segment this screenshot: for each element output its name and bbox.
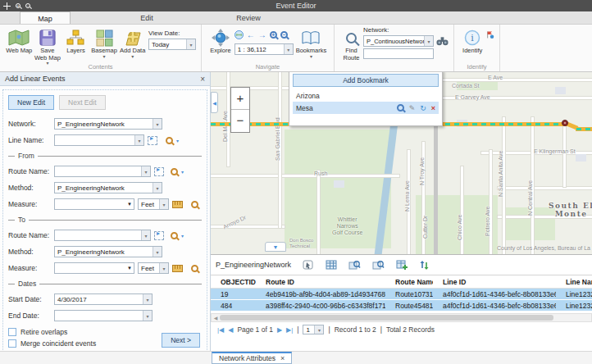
table-view-icon[interactable] xyxy=(326,260,337,270)
map-zoom-in-icon[interactable]: + xyxy=(270,31,277,39)
to-measure-label: Measure: xyxy=(8,264,51,272)
bookmarks-button[interactable]: Bookmarks ▾ xyxy=(294,28,328,58)
identify-button[interactable]: i Identify xyxy=(460,28,485,55)
next-button[interactable]: Next > xyxy=(162,333,200,348)
from-route-name-select[interactable] xyxy=(54,166,151,177)
from-measure-zoom-icon[interactable] xyxy=(191,201,198,208)
basemap-button[interactable]: Basemap ▾ xyxy=(91,28,118,58)
map-canvas[interactable]: E AveCortada StE Garvey AveE Klingerman … xyxy=(211,72,592,254)
column-header[interactable]: Line Name xyxy=(556,278,592,286)
map-label: Don Bosco Technical xyxy=(289,238,313,249)
scale-select[interactable]: 1 : 36,112 xyxy=(235,43,294,55)
add-data-button[interactable]: Add Data ▾ xyxy=(119,28,146,58)
save-web-map-button[interactable]: Save Web Map ▾ xyxy=(34,28,61,65)
page-select[interactable]: 1 xyxy=(303,325,324,334)
bookmark-delete-icon[interactable]: × xyxy=(431,104,435,112)
route-point-marker[interactable] xyxy=(562,120,568,126)
bookmark-item-arizona[interactable]: Arizona xyxy=(293,89,439,102)
to-route-zoom-icon[interactable] xyxy=(171,232,178,239)
to-unit-select[interactable]: Feet xyxy=(138,262,169,274)
add-to-table-icon[interactable] xyxy=(396,260,408,270)
web-map-button[interactable]: Web Map xyxy=(6,28,33,55)
panel-network-select[interactable]: P_EngineeringNetwork xyxy=(54,118,162,130)
map-zoom-out-icon[interactable]: − xyxy=(280,31,288,39)
forward-arrow-icon[interactable]: → xyxy=(258,30,266,39)
new-edit-button[interactable]: New Edit xyxy=(8,95,54,110)
tab-review[interactable]: Review xyxy=(223,11,274,24)
to-route-zoom-caret-icon[interactable]: ▾ xyxy=(181,233,184,239)
next-edit-button[interactable]: Next Edit xyxy=(59,95,106,110)
network-select[interactable]: P_ContinuousNetwork xyxy=(363,35,434,47)
zoom-to-selected-icon[interactable] xyxy=(348,260,361,271)
bookmark-zoom-icon[interactable] xyxy=(397,104,404,111)
checkbox-box[interactable] xyxy=(8,339,16,348)
sort-icon[interactable] xyxy=(419,260,429,271)
tab-close-icon[interactable]: × xyxy=(280,354,285,362)
add-bookmark-button[interactable]: Add Bookmark xyxy=(293,74,439,87)
add-data-caret-icon: ▾ xyxy=(119,55,146,58)
from-unit-select[interactable]: Feet xyxy=(138,198,169,210)
binoculars-icon[interactable] xyxy=(436,36,449,46)
route-search-input[interactable] xyxy=(363,48,434,59)
from-method-select[interactable]: P_EngineeringNetwork xyxy=(54,182,162,193)
map-zoom-out-button[interactable]: − xyxy=(231,110,249,132)
pan-icon[interactable] xyxy=(3,2,11,10)
map-zoom-in-button[interactable]: + xyxy=(231,88,249,110)
to-ruler-icon[interactable] xyxy=(172,265,183,272)
last-page-icon[interactable]: ▶| xyxy=(286,326,293,334)
column-header[interactable]: OBJECTID xyxy=(211,278,256,286)
collapse-panel-arrow[interactable]: ◀ xyxy=(211,92,218,113)
line-zoom-caret-icon[interactable]: ▾ xyxy=(176,138,179,143)
zoom-out-icon[interactable]: - xyxy=(25,3,30,8)
find-route-button[interactable]: Find Route xyxy=(340,28,362,61)
start-date-select[interactable]: 4/30/2017 xyxy=(54,293,153,305)
map-label: N Troy Ave xyxy=(419,157,426,185)
line-zoom-icon[interactable] xyxy=(166,137,173,144)
layers-button[interactable]: Layers xyxy=(62,28,89,55)
select-records-icon[interactable] xyxy=(303,260,314,271)
to-select-route-on-map-icon[interactable] xyxy=(154,231,164,240)
map-freeway xyxy=(434,117,438,254)
flag-icon[interactable] xyxy=(485,30,494,39)
from-ruler-icon[interactable] xyxy=(172,201,183,208)
line-name-select[interactable] xyxy=(54,134,144,146)
bookmark-refresh-icon[interactable]: ↻ xyxy=(420,104,426,112)
table-cell: Route45481 xyxy=(385,302,433,310)
to-measure-zoom-icon[interactable] xyxy=(191,265,198,272)
collapse-table-arrow[interactable]: ▼ xyxy=(265,242,286,252)
view-date-select[interactable]: Today xyxy=(148,39,196,50)
next-page-icon[interactable]: ▶ xyxy=(277,326,282,334)
tab-network-attributes[interactable]: Network Attributes × xyxy=(212,352,292,364)
from-route-zoom-icon[interactable] xyxy=(171,168,178,175)
back-arrow-icon[interactable]: ← xyxy=(247,30,255,39)
bookmark-edit-icon[interactable]: ✎ xyxy=(409,104,416,112)
tab-edit[interactable]: Edit xyxy=(121,11,172,24)
column-header[interactable]: Line ID xyxy=(433,278,556,286)
table-row[interactable]: 484a398ff4c-2940-4c00-96b6-c6343f8f1711R… xyxy=(211,300,592,312)
checkbox-box[interactable] xyxy=(8,328,16,336)
column-header[interactable]: Route Name xyxy=(385,278,433,286)
from-measure-input[interactable]: ▼ xyxy=(54,198,134,210)
select-line-on-map-icon[interactable] xyxy=(148,136,157,145)
first-page-icon[interactable]: |◀ xyxy=(217,326,224,334)
explore-button[interactable]: Explore xyxy=(207,28,234,55)
table-row[interactable]: 194eb9419b-af9b-4d04-ab89-1d493476802bRo… xyxy=(211,289,592,300)
to-method-select[interactable]: P_EngineeringNetwork xyxy=(54,246,162,257)
map-label: N Santa Anita Ave xyxy=(498,151,504,197)
panel-close-icon[interactable]: × xyxy=(200,75,205,84)
map-label: Potrero Ave xyxy=(485,207,491,236)
globe-icon[interactable] xyxy=(235,30,244,39)
prev-page-icon[interactable]: ◀ xyxy=(228,326,233,334)
pan-to-selected-icon[interactable] xyxy=(372,260,385,271)
tab-map[interactable]: Map xyxy=(20,11,71,24)
to-measure-input[interactable]: ▼ xyxy=(54,262,134,274)
to-route-name-select[interactable] xyxy=(54,230,151,241)
from-select-route-on-map-icon[interactable] xyxy=(154,167,164,176)
zoom-in-icon[interactable]: + xyxy=(16,3,20,8)
bookmark-item-mesa[interactable]: Mesa✎↻× xyxy=(293,102,439,114)
horizontal-scrollbar[interactable]: ◀ xyxy=(211,313,592,322)
map-label: E Klingerman St xyxy=(534,148,576,155)
column-header[interactable]: Route ID xyxy=(256,278,385,286)
from-route-zoom-caret-icon[interactable]: ▾ xyxy=(181,169,184,175)
end-date-select[interactable] xyxy=(54,310,153,321)
